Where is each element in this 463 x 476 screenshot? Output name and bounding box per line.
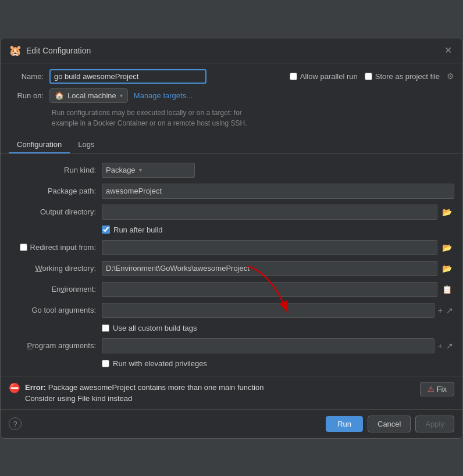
dropdown-arrow-icon: ▾ <box>120 92 123 99</box>
run-on-dropdown[interactable]: 🏠 Local machine ▾ <box>49 88 128 103</box>
redirect-input-input[interactable] <box>102 240 437 255</box>
working-directory-field: 📂 <box>102 261 454 276</box>
go-tool-args-field: + ↗ <box>102 303 454 318</box>
run-kind-row: Run kind: Package ▾ <box>9 160 454 181</box>
fix-button[interactable]: ⚠ Fix <box>420 382 454 396</box>
redirect-input-field: 📂 <box>102 240 454 255</box>
info-text: Run configurations may be executed local… <box>52 108 454 128</box>
program-args-label: Program arguments: <box>9 341 96 350</box>
package-path-field <box>102 184 454 199</box>
cancel-button[interactable]: Cancel <box>368 416 411 432</box>
package-path-label-text: Package path: <box>48 187 96 195</box>
working-directory-label-text: Working directory: <box>35 264 96 273</box>
custom-tags-checkbox-row: Use all custom build tags <box>102 324 197 332</box>
run-after-build-row: Run after build <box>102 223 454 237</box>
error-icon: ⛔ <box>9 382 20 393</box>
fix-label: Fix <box>437 385 447 393</box>
sudo-label: Run with elevated privileges <box>113 359 207 368</box>
folder-icon: 📂 <box>442 207 452 217</box>
output-directory-input[interactable] <box>102 205 437 220</box>
environment-label: Environment: <box>9 285 96 294</box>
store-project-checkbox[interactable] <box>365 73 372 80</box>
program-args-expand-btns: + ↗ <box>437 340 454 352</box>
go-tool-args-input[interactable] <box>102 303 434 318</box>
program-args-input[interactable] <box>102 338 434 353</box>
package-path-label: Package path: <box>9 187 96 195</box>
go-tool-args-label: Go tool arguments: <box>9 306 96 314</box>
name-input[interactable] <box>49 69 206 84</box>
working-directory-input[interactable] <box>102 261 437 276</box>
program-args-field: + ↗ <box>102 338 454 353</box>
name-right: Allow parallel run Store as project file… <box>290 71 454 81</box>
form-section: Run kind: Package ▾ Package path: Output… <box>1 154 462 377</box>
output-directory-label: Output directory: <box>9 207 96 216</box>
working-directory-label: Working directory: <box>9 264 96 273</box>
house-icon: 🏠 <box>55 91 64 100</box>
run-on-row: Run on: 🏠 Local machine ▾ Manage targets… <box>9 88 454 103</box>
error-label: Error: <box>25 383 46 392</box>
redirect-input-row: Redirect input from: 📂 <box>9 237 454 258</box>
program-args-plus-button[interactable]: + <box>437 340 444 352</box>
go-tool-args-label-text: Go tool arguments: <box>31 306 96 314</box>
header-section: Name: Allow parallel run Store as projec… <box>1 63 462 132</box>
tab-configuration[interactable]: Configuration <box>9 137 70 153</box>
folder-icon-3: 📂 <box>442 264 452 273</box>
run-after-build-checkbox[interactable] <box>102 226 110 234</box>
edit-configuration-dialog: 🐹 Edit Configuration ✕ Name: Allow paral… <box>0 38 463 439</box>
go-tool-args-expand-button[interactable]: ↗ <box>445 305 454 316</box>
output-directory-field: 📂 <box>102 205 454 220</box>
sudo-field: Run with elevated privileges <box>102 359 454 368</box>
run-kind-label: Run kind: <box>9 166 96 174</box>
custom-tags-field: Use all custom build tags <box>102 324 454 332</box>
redirect-input-label-wrapper: Redirect input from: <box>9 243 96 252</box>
run-kind-field: Package ▾ <box>102 163 454 178</box>
working-directory-browse-button[interactable]: 📂 <box>440 263 454 274</box>
apply-button[interactable]: Apply <box>415 416 454 432</box>
custom-tags-label: Use all custom build tags <box>113 324 197 332</box>
redirect-input-label: Redirect input from: <box>30 243 96 252</box>
allow-parallel-label[interactable]: Allow parallel run <box>290 72 358 81</box>
program-args-row: Program arguments: + ↗ <box>9 335 454 356</box>
error-bar: ⛔ Error: Package awesomeProject contains… <box>1 377 462 409</box>
name-row: Name: Allow parallel run Store as projec… <box>9 69 454 84</box>
output-directory-row: Output directory: 📂 <box>9 202 454 223</box>
go-tool-args-plus-button[interactable]: + <box>437 305 444 316</box>
redirect-input-checkbox[interactable] <box>20 244 27 251</box>
environment-label-text: Environment: <box>51 285 96 294</box>
fix-warning-icon: ⚠ <box>428 385 434 393</box>
name-label: Name: <box>9 72 44 81</box>
bottom-bar: ? Run Cancel Apply <box>1 409 462 438</box>
run-on-label: Run on: <box>9 91 44 100</box>
sudo-checkbox[interactable] <box>102 360 109 367</box>
output-directory-browse-button[interactable]: 📂 <box>440 206 454 218</box>
document-icon: 📋 <box>442 285 452 294</box>
run-kind-arrow-icon: ▾ <box>139 167 142 173</box>
environment-input[interactable] <box>102 282 437 297</box>
go-tool-args-expand-btns: + ↗ <box>437 305 454 316</box>
dialog-title: Edit Configuration <box>26 46 437 55</box>
close-button[interactable]: ✕ <box>442 45 454 56</box>
allow-parallel-checkbox[interactable] <box>290 73 297 80</box>
output-directory-label-text: Output directory: <box>40 207 96 216</box>
manage-targets-link[interactable]: Manage targets... <box>134 91 193 100</box>
help-button[interactable]: ? <box>9 417 22 430</box>
package-path-input[interactable] <box>102 184 454 199</box>
folder-icon-2: 📂 <box>442 243 452 252</box>
go-tool-args-row: Go tool arguments: + ↗ <box>9 300 454 321</box>
gear-icon[interactable]: ⚙ <box>447 71 454 81</box>
custom-tags-checkbox[interactable] <box>102 324 109 332</box>
environment-edit-button[interactable]: 📋 <box>440 284 454 295</box>
custom-tags-row: Use all custom build tags <box>9 321 454 335</box>
run-kind-value: Package <box>106 166 136 174</box>
local-machine-text: Local machine <box>67 91 116 100</box>
environment-row: Environment: 📋 <box>9 279 454 300</box>
run-kind-dropdown[interactable]: Package ▾ <box>102 163 195 178</box>
sudo-checkbox-row: Run with elevated privileges <box>102 359 207 368</box>
program-args-expand-button[interactable]: ↗ <box>445 340 454 352</box>
error-text: Error: Package awesomeProject contains m… <box>25 382 415 405</box>
tab-logs[interactable]: Logs <box>70 137 102 153</box>
environment-field: 📋 <box>102 282 454 297</box>
redirect-input-browse-button[interactable]: 📂 <box>440 242 454 253</box>
run-button[interactable]: Run <box>326 416 363 432</box>
store-project-label[interactable]: Store as project file <box>365 72 440 81</box>
